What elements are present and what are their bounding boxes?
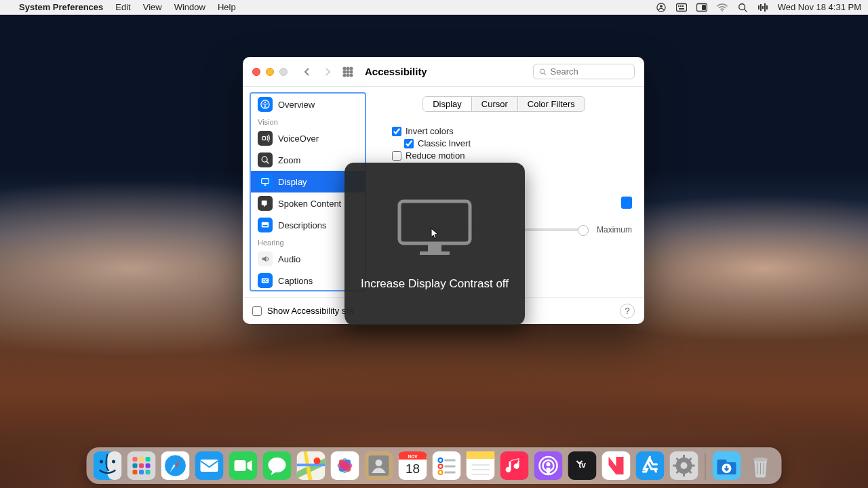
svg-rect-41 <box>399 201 470 243</box>
svg-point-46 <box>100 460 103 464</box>
spotlight-icon[interactable] <box>737 3 748 12</box>
checkbox-invert-colors[interactable] <box>392 127 401 136</box>
option-invert-colors[interactable]: Invert colors <box>392 126 632 136</box>
svg-point-18 <box>347 67 349 69</box>
help-button[interactable]: ? <box>620 304 635 319</box>
control-center-icon[interactable] <box>696 3 707 12</box>
back-button[interactable] <box>300 64 315 79</box>
svg-point-22 <box>350 70 352 73</box>
dock-contacts[interactable] <box>365 451 393 480</box>
tab-cursor[interactable]: Cursor <box>472 97 518 111</box>
menu-help[interactable]: Help <box>218 2 236 12</box>
slider-max-label: Maximum <box>597 225 632 235</box>
sidebar-category-vision: Vision <box>251 115 365 127</box>
svg-rect-66 <box>235 460 246 471</box>
dock-facetime[interactable] <box>229 451 258 480</box>
tab-color-filters[interactable]: Color Filters <box>518 97 585 111</box>
menu-edit[interactable]: Edit <box>115 2 130 12</box>
svg-point-19 <box>350 67 352 69</box>
svg-rect-50 <box>139 457 144 462</box>
sidebar-item-overview[interactable]: Overview <box>251 94 365 115</box>
svg-point-30 <box>262 136 266 140</box>
sidebar-item-label: Captions <box>278 276 313 286</box>
svg-text:CC: CC <box>262 279 268 283</box>
dock-podcasts[interactable] <box>534 451 563 480</box>
svg-point-25 <box>350 74 352 76</box>
svg-line-11 <box>744 9 747 12</box>
captions-icon: CC <box>258 273 273 288</box>
svg-rect-54 <box>146 464 151 468</box>
dock-appstore[interactable] <box>636 451 665 480</box>
dock-tv[interactable]: tv <box>568 451 597 480</box>
svg-point-47 <box>112 460 115 464</box>
dock-news[interactable] <box>602 451 631 480</box>
show-all-button[interactable] <box>340 64 355 79</box>
dock-separator <box>705 453 706 480</box>
minimize-button[interactable] <box>266 68 274 76</box>
user-icon[interactable] <box>656 3 667 12</box>
dock-music[interactable] <box>500 451 529 480</box>
dock-maps[interactable] <box>297 451 326 480</box>
svg-rect-12 <box>758 5 760 9</box>
svg-point-68 <box>269 458 286 472</box>
svg-rect-16 <box>766 5 768 9</box>
svg-rect-49 <box>133 457 138 462</box>
svg-point-21 <box>347 70 349 73</box>
close-button[interactable] <box>252 68 260 76</box>
svg-point-23 <box>343 74 345 76</box>
svg-rect-53 <box>139 464 144 468</box>
svg-rect-43 <box>420 251 450 255</box>
menu-view[interactable]: View <box>143 2 162 12</box>
svg-point-31 <box>262 157 267 162</box>
svg-rect-45 <box>108 451 122 480</box>
dock-calendar[interactable]: NOV18 <box>399 451 427 480</box>
show-status-label: Show Accessibility sta <box>267 306 353 316</box>
dock-finder[interactable] <box>94 451 122 480</box>
option-reduce-motion[interactable]: Reduce motion <box>392 150 632 161</box>
cursor-size-stepper[interactable] <box>621 197 632 209</box>
wifi-icon[interactable] <box>717 3 728 12</box>
dock-safari[interactable] <box>161 451 190 480</box>
svg-point-24 <box>347 74 349 76</box>
tab-display[interactable]: Display <box>423 97 472 111</box>
accessibility-icon <box>258 97 273 112</box>
menu-window[interactable]: Window <box>174 2 205 12</box>
audio-icon <box>258 251 273 266</box>
window-title: Accessibility <box>365 66 427 77</box>
menubar-clock[interactable]: Wed Nov 18 4:31 PM <box>778 2 861 12</box>
dock-trash[interactable] <box>747 451 775 480</box>
checkbox-reduce-motion[interactable] <box>392 151 401 161</box>
svg-rect-33 <box>262 179 269 184</box>
display-icon <box>258 174 273 189</box>
dock-photos[interactable] <box>331 451 359 480</box>
svg-rect-6 <box>679 8 684 9</box>
svg-point-104 <box>547 462 551 466</box>
dock-reminders[interactable] <box>433 451 461 480</box>
keyboard-icon[interactable] <box>676 3 687 12</box>
search-input[interactable] <box>551 66 629 77</box>
sidebar-item-label: Overview <box>278 100 315 110</box>
svg-point-26 <box>540 69 545 74</box>
dock-mail[interactable] <box>195 451 224 480</box>
search-field[interactable] <box>533 64 635 79</box>
svg-rect-5 <box>682 5 684 7</box>
svg-rect-8 <box>702 5 706 10</box>
dock-notes[interactable] <box>467 451 495 480</box>
sidebar-item-label: VoiceOver <box>278 134 319 144</box>
dock-launchpad[interactable] <box>127 451 156 480</box>
checkbox-show-status[interactable] <box>252 306 262 316</box>
option-classic-invert[interactable]: Classic Invert <box>404 138 632 148</box>
dock-settings[interactable] <box>670 451 698 480</box>
svg-rect-4 <box>680 5 682 7</box>
tab-bar: Display Cursor Color Filters <box>422 96 585 112</box>
checkbox-classic-invert[interactable] <box>404 139 414 148</box>
svg-rect-56 <box>139 470 144 474</box>
siri-icon[interactable] <box>757 3 768 12</box>
dock-downloads[interactable] <box>713 451 741 480</box>
app-menu[interactable]: System Preferences <box>19 2 103 12</box>
svg-point-70 <box>314 458 321 464</box>
sidebar-item-voiceover[interactable]: VoiceOver <box>251 127 365 149</box>
svg-rect-64 <box>201 460 218 472</box>
svg-rect-51 <box>146 457 151 462</box>
dock-messages[interactable] <box>263 451 292 480</box>
